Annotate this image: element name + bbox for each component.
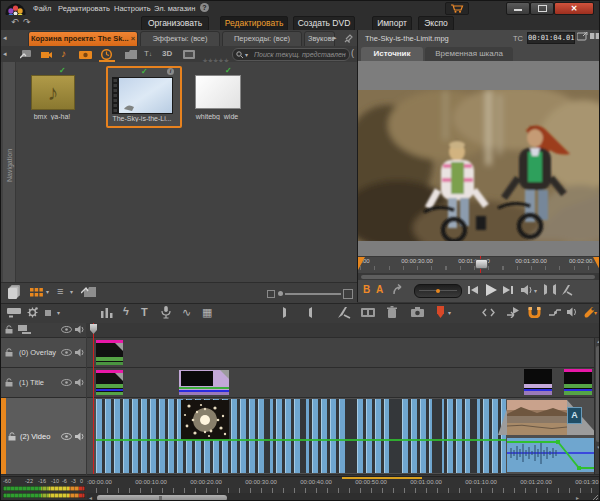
bin-tab-close-icon[interactable]: ×: [131, 34, 135, 43]
trim-mode-icon[interactable]: [482, 308, 495, 317]
photos-filter-icon[interactable]: [79, 50, 92, 59]
item1-audio-thumb[interactable]: ♪: [31, 75, 75, 110]
zoom-in-box[interactable]: [343, 289, 353, 299]
stack-view-icon[interactable]: [8, 285, 21, 299]
timeline-ruler[interactable]: 00:00:00.00 00:00:10.00 00:00:20.00 00:0…: [87, 477, 600, 493]
maximize-button[interactable]: [530, 2, 554, 15]
clip-title-3[interactable]: [524, 369, 552, 395]
menu-setup[interactable]: Настроить: [114, 4, 151, 13]
marker-a-button[interactable]: A: [376, 284, 383, 295]
overlay-visibility-icon[interactable]: [61, 349, 72, 356]
zoom-out-box[interactable]: [267, 290, 275, 298]
zoom-slider-track[interactable]: [285, 293, 341, 295]
thumbnail-view-menu-icon[interactable]: ▾: [46, 288, 49, 295]
trash-icon[interactable]: [387, 306, 397, 318]
track-header-title[interactable]: (1) Title: [1, 368, 86, 398]
voiceover-mic-icon[interactable]: [161, 306, 171, 319]
title-visibility-icon[interactable]: [61, 379, 72, 386]
bin-tab-sound[interactable]: Звуковые: [304, 31, 335, 47]
next-frame-button[interactable]: [502, 284, 514, 296]
item3-label[interactable]: whitebg_wide: [184, 113, 250, 120]
pin-panel-icon[interactable]: [344, 33, 354, 43]
item2-label[interactable]: The-Sky-is-the-Li...: [108, 115, 176, 122]
shuttle-control[interactable]: [414, 284, 462, 298]
clip-fireworks-thumb[interactable]: [181, 400, 229, 440]
timeline-gear-icon[interactable]: [27, 307, 38, 318]
editing-mode-wrench-icon[interactable]: ▾: [583, 306, 596, 318]
volume-icon[interactable]: [521, 285, 533, 295]
bin-tabs-scroll-left-icon[interactable]: ◂: [3, 34, 7, 42]
video-mute-icon[interactable]: [75, 432, 85, 441]
bin-tab-project[interactable]: Корзина проекта: The Sk... ×: [28, 31, 138, 47]
list-view-menu-icon[interactable]: ▾: [70, 288, 73, 295]
editing-mode-menu-icon[interactable]: ▾: [594, 309, 597, 316]
clip-beach-audio[interactable]: [507, 438, 596, 472]
scenes-icon[interactable]: [183, 50, 195, 59]
clip-overlay-1[interactable]: [96, 340, 123, 365]
view-3d-icon[interactable]: 3D: [162, 49, 172, 58]
video-visibility-icon[interactable]: [61, 433, 72, 440]
timeline-hscrollbar[interactable]: ◂ ▸: [87, 493, 600, 501]
sort-icon[interactable]: T↓: [144, 49, 152, 58]
play-button[interactable]: [483, 282, 499, 298]
montage-grid-icon[interactable]: ▦: [202, 306, 212, 319]
zoom-slider-handle[interactable]: [278, 291, 283, 296]
menu-edit[interactable]: Редактировать: [58, 4, 110, 13]
tab-edit[interactable]: Редактировать: [220, 16, 288, 31]
bin-toolbar-scroll-left-icon[interactable]: ◂: [3, 50, 7, 58]
overlay-lock-icon[interactable]: [5, 348, 13, 357]
title-editor-icon[interactable]: T: [141, 306, 148, 318]
redo-icon[interactable]: ↷: [23, 17, 31, 27]
thumbnail-view-icon[interactable]: [30, 288, 43, 297]
marker-b-button[interactable]: B: [363, 284, 370, 295]
item1-label[interactable]: bmx_ya-ha!: [19, 113, 85, 120]
tab-import[interactable]: Импорт: [372, 16, 412, 31]
volume-menu-icon[interactable]: ▾: [534, 287, 537, 294]
film-split-icon[interactable]: [361, 308, 375, 317]
vscroll-up-icon[interactable]: ▴: [595, 338, 600, 344]
search-options-icon[interactable]: ▾: [245, 51, 248, 58]
ruler-strip[interactable]: [87, 323, 599, 338]
track-size-menu-icon[interactable]: ▾: [57, 309, 60, 316]
item2-video-thumb[interactable]: [112, 77, 173, 114]
tab-export[interactable]: Экспо: [418, 16, 454, 31]
dual-monitor-icon[interactable]: [590, 32, 600, 40]
clip-beach-thumb[interactable]: [507, 400, 567, 435]
all-lock-icon[interactable]: [5, 325, 13, 334]
tl-mark-in-icon[interactable]: [283, 307, 286, 318]
title-lock-icon[interactable]: [5, 378, 13, 387]
hscroll-right-icon[interactable]: ▸: [576, 494, 579, 501]
minimize-button[interactable]: [506, 2, 530, 15]
cart-button[interactable]: [445, 2, 469, 15]
help-icon[interactable]: ?: [200, 3, 209, 12]
out-marker-icon[interactable]: [553, 284, 556, 295]
tab-source[interactable]: Источник: [361, 47, 423, 61]
collections-icon[interactable]: [125, 50, 137, 59]
vscroll-thumb[interactable]: [596, 346, 600, 442]
search-input[interactable]: [252, 49, 348, 60]
pv-scrollbar[interactable]: [358, 273, 600, 280]
all-mute-icon[interactable]: [75, 325, 85, 334]
title-mute-icon[interactable]: [75, 378, 85, 387]
magnet-snap-icon[interactable]: [528, 307, 541, 318]
bin-tab-effects[interactable]: Эффекты: (все): [140, 31, 220, 47]
list-view-icon[interactable]: ≡: [57, 285, 63, 297]
vscroll-down-icon[interactable]: ▾: [595, 444, 600, 450]
clip-title-1[interactable]: [96, 370, 123, 395]
latest-import-icon[interactable]: [20, 49, 32, 59]
pv-playhead-handle[interactable]: [475, 259, 488, 269]
menu-store[interactable]: Эл. магазин: [154, 4, 195, 13]
navigation-strip[interactable]: Navigation: [3, 62, 16, 282]
in-marker-icon[interactable]: [544, 284, 547, 295]
track-overlay-lane[interactable]: [87, 338, 599, 368]
track-title-lane[interactable]: [87, 368, 599, 398]
transition-a-badge[interactable]: A: [567, 407, 582, 424]
bin-tab-transitions[interactable]: Переходы: (все): [222, 31, 302, 47]
razor-small-icon[interactable]: [561, 284, 573, 296]
track-header-video[interactable]: (2) Video: [1, 398, 86, 475]
open-folder-icon[interactable]: [81, 285, 96, 297]
timecode-display[interactable]: 00:01:04.01: [527, 32, 575, 44]
marker-menu-icon[interactable]: ▾: [448, 309, 451, 316]
audio-mixer-icon[interactable]: [101, 307, 113, 318]
videos-filter-icon[interactable]: [40, 50, 53, 59]
